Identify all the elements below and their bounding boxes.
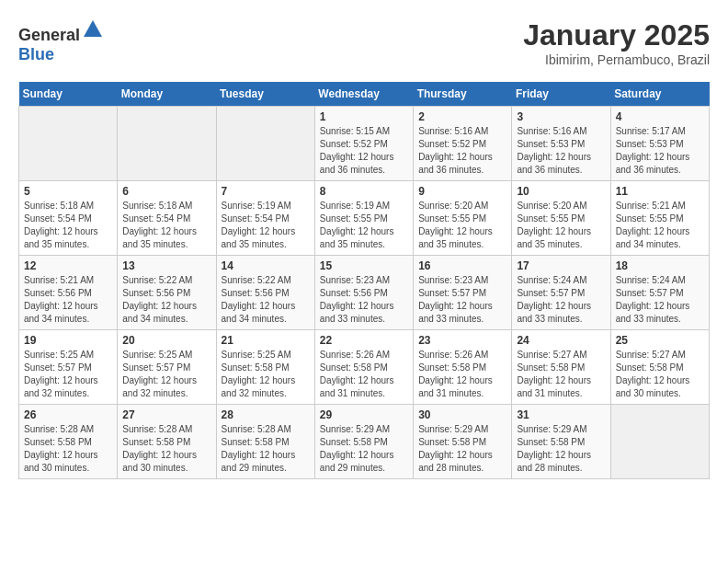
day-info: Sunrise: 5:25 AM Sunset: 5:58 PM Dayligh… [222,349,310,400]
table-row: 4Sunrise: 5:17 AM Sunset: 5:53 PM Daylig… [610,107,709,181]
day-info: Sunrise: 5:17 AM Sunset: 5:53 PM Dayligh… [616,125,704,177]
calendar-week-row: 19Sunrise: 5:25 AM Sunset: 5:57 PM Dayli… [19,330,710,405]
table-row: 21Sunrise: 5:25 AM Sunset: 5:58 PM Dayli… [216,330,314,405]
day-info: Sunrise: 5:29 AM Sunset: 5:58 PM Dayligh… [320,423,408,475]
day-info: Sunrise: 5:26 AM Sunset: 5:58 PM Dayligh… [320,349,408,400]
day-number: 15 [320,259,408,272]
logo-text: General Blue [18,18,104,64]
calendar-week-row: 1Sunrise: 5:15 AM Sunset: 5:52 PM Daylig… [19,107,710,181]
calendar-week-row: 26Sunrise: 5:28 AM Sunset: 5:58 PM Dayli… [19,405,710,479]
days-header-row: Sunday Monday Tuesday Wednesday Thursday… [19,82,710,107]
table-row: 8Sunrise: 5:19 AM Sunset: 5:55 PM Daylig… [314,181,413,256]
day-info: Sunrise: 5:28 AM Sunset: 5:58 PM Dayligh… [24,423,112,475]
table-row: 12Sunrise: 5:21 AM Sunset: 5:56 PM Dayli… [19,256,118,330]
svg-marker-0 [84,20,102,37]
day-number: 23 [418,334,506,347]
day-info: Sunrise: 5:24 AM Sunset: 5:57 PM Dayligh… [616,274,704,326]
day-info: Sunrise: 5:29 AM Sunset: 5:58 PM Dayligh… [418,423,506,475]
table-row: 2Sunrise: 5:16 AM Sunset: 5:52 PM Daylig… [414,107,512,181]
day-info: Sunrise: 5:22 AM Sunset: 5:56 PM Dayligh… [122,274,210,326]
day-info: Sunrise: 5:22 AM Sunset: 5:56 PM Dayligh… [222,274,310,326]
header-sunday: Sunday [19,82,118,107]
day-number: 2 [418,110,506,123]
page-header: General Blue January 2025 Ibimirim, Pern… [18,18,710,67]
logo: General Blue [18,18,104,64]
day-number: 16 [418,259,506,272]
day-info: Sunrise: 5:23 AM Sunset: 5:56 PM Dayligh… [320,274,408,326]
day-number: 10 [517,185,605,198]
header-monday: Monday [118,82,216,107]
table-row: 16Sunrise: 5:23 AM Sunset: 5:57 PM Dayli… [414,256,512,330]
table-row: 24Sunrise: 5:27 AM Sunset: 5:58 PM Dayli… [512,330,610,405]
day-number: 31 [517,408,605,421]
calendar-table: Sunday Monday Tuesday Wednesday Thursday… [18,82,710,479]
day-number: 18 [616,259,704,272]
day-info: Sunrise: 5:25 AM Sunset: 5:57 PM Dayligh… [24,349,112,400]
day-number: 4 [616,110,704,123]
day-info: Sunrise: 5:19 AM Sunset: 5:54 PM Dayligh… [222,200,310,251]
day-number: 30 [418,408,506,421]
header-tuesday: Tuesday [216,82,314,107]
table-row [610,405,709,479]
day-info: Sunrise: 5:20 AM Sunset: 5:55 PM Dayligh… [418,200,506,251]
table-row: 22Sunrise: 5:26 AM Sunset: 5:58 PM Dayli… [314,330,413,405]
day-number: 28 [222,408,310,421]
day-number: 19 [24,334,112,347]
header-saturday: Saturday [610,82,709,107]
day-number: 21 [222,334,310,347]
table-row: 23Sunrise: 5:26 AM Sunset: 5:58 PM Dayli… [414,330,512,405]
table-row: 28Sunrise: 5:28 AM Sunset: 5:58 PM Dayli… [216,405,314,479]
day-info: Sunrise: 5:25 AM Sunset: 5:57 PM Dayligh… [122,349,210,400]
day-info: Sunrise: 5:26 AM Sunset: 5:58 PM Dayligh… [418,349,506,400]
table-row: 27Sunrise: 5:28 AM Sunset: 5:58 PM Dayli… [118,405,216,479]
table-row: 18Sunrise: 5:24 AM Sunset: 5:57 PM Dayli… [610,256,709,330]
day-info: Sunrise: 5:20 AM Sunset: 5:55 PM Dayligh… [517,200,605,251]
table-row: 7Sunrise: 5:19 AM Sunset: 5:54 PM Daylig… [216,181,314,256]
table-row: 31Sunrise: 5:29 AM Sunset: 5:58 PM Dayli… [512,405,610,479]
day-info: Sunrise: 5:28 AM Sunset: 5:58 PM Dayligh… [222,423,310,475]
day-info: Sunrise: 5:15 AM Sunset: 5:52 PM Dayligh… [320,125,408,177]
table-row [216,107,314,181]
day-number: 24 [517,334,605,347]
day-number: 5 [24,185,112,198]
day-number: 9 [418,185,506,198]
table-row: 26Sunrise: 5:28 AM Sunset: 5:58 PM Dayli… [19,405,118,479]
day-number: 20 [122,334,210,347]
day-info: Sunrise: 5:29 AM Sunset: 5:58 PM Dayligh… [517,423,605,475]
table-row: 19Sunrise: 5:25 AM Sunset: 5:57 PM Dayli… [19,330,118,405]
day-info: Sunrise: 5:21 AM Sunset: 5:55 PM Dayligh… [616,200,704,251]
table-row [118,107,216,181]
day-number: 25 [616,334,704,347]
table-row: 17Sunrise: 5:24 AM Sunset: 5:57 PM Dayli… [512,256,610,330]
table-row: 15Sunrise: 5:23 AM Sunset: 5:56 PM Dayli… [314,256,413,330]
logo-blue: Blue [18,45,54,63]
day-number: 7 [222,185,310,198]
calendar-title: January 2025 [523,18,710,52]
day-number: 1 [320,110,408,123]
logo-general: General [18,26,80,44]
day-info: Sunrise: 5:16 AM Sunset: 5:53 PM Dayligh… [517,125,605,177]
table-row: 30Sunrise: 5:29 AM Sunset: 5:58 PM Dayli… [414,405,512,479]
day-number: 14 [222,259,310,272]
table-row: 9Sunrise: 5:20 AM Sunset: 5:55 PM Daylig… [414,181,512,256]
day-number: 12 [24,259,112,272]
logo-icon [82,18,104,40]
day-info: Sunrise: 5:19 AM Sunset: 5:55 PM Dayligh… [320,200,408,251]
header-friday: Friday [512,82,610,107]
title-block: January 2025 Ibimirim, Pernambuco, Brazi… [523,18,710,67]
day-number: 11 [616,185,704,198]
header-thursday: Thursday [414,82,512,107]
day-number: 26 [24,408,112,421]
day-info: Sunrise: 5:16 AM Sunset: 5:52 PM Dayligh… [418,125,506,177]
day-info: Sunrise: 5:23 AM Sunset: 5:57 PM Dayligh… [418,274,506,326]
table-row: 14Sunrise: 5:22 AM Sunset: 5:56 PM Dayli… [216,256,314,330]
day-number: 8 [320,185,408,198]
table-row: 20Sunrise: 5:25 AM Sunset: 5:57 PM Dayli… [118,330,216,405]
calendar-week-row: 12Sunrise: 5:21 AM Sunset: 5:56 PM Dayli… [19,256,710,330]
day-number: 6 [122,185,210,198]
day-info: Sunrise: 5:18 AM Sunset: 5:54 PM Dayligh… [24,200,112,251]
day-info: Sunrise: 5:18 AM Sunset: 5:54 PM Dayligh… [122,200,210,251]
day-number: 17 [517,259,605,272]
table-row: 13Sunrise: 5:22 AM Sunset: 5:56 PM Dayli… [118,256,216,330]
calendar-week-row: 5Sunrise: 5:18 AM Sunset: 5:54 PM Daylig… [19,181,710,256]
